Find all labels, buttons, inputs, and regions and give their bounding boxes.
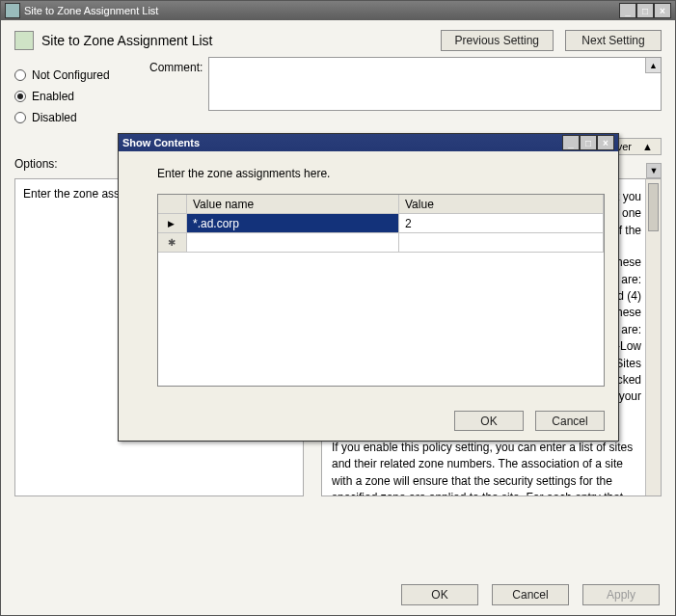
- dialog-close-button[interactable]: ×: [597, 135, 614, 150]
- radio-icon: [14, 69, 26, 81]
- options-panel-text: Enter the zone assig: [23, 187, 128, 201]
- dialog-ok-button[interactable]: OK: [454, 411, 524, 431]
- zone-grid[interactable]: Value name Value *.ad.corp 2: [157, 194, 605, 387]
- previous-setting-button[interactable]: Previous Setting: [441, 30, 554, 51]
- radio-label: Enabled: [32, 90, 74, 103]
- scroll-down-icon[interactable]: ▼: [646, 163, 662, 178]
- scroll-up-icon[interactable]: ▲: [642, 141, 653, 152]
- grid-new-row[interactable]: [158, 233, 604, 253]
- grid-row-header: [158, 214, 187, 232]
- scrollbar-thumb[interactable]: [648, 183, 659, 231]
- minimize-button[interactable]: _: [619, 3, 636, 18]
- comment-label: Comment:: [149, 61, 203, 132]
- dialog-titlebar[interactable]: Show Contents _ □ ×: [119, 134, 618, 151]
- help-paragraph: If you enable this policy setting, you c…: [332, 440, 641, 496]
- comment-block: Comment: ▲: [149, 57, 662, 132]
- dialog-cancel-button[interactable]: Cancel: [535, 411, 605, 431]
- config-row: Not Configured Enabled Disabled Comment:…: [1, 57, 675, 132]
- footer-buttons: OK Cancel Apply: [401, 584, 660, 605]
- grid-cell-value[interactable]: 2: [399, 214, 604, 232]
- grid-row-header: [158, 195, 187, 213]
- grid-col-value-name[interactable]: Value name: [187, 195, 399, 213]
- radio-label: Not Configured: [32, 68, 110, 82]
- window-icon: [5, 3, 20, 18]
- nav-buttons: Previous Setting Next Setting: [441, 30, 662, 51]
- show-contents-dialog: Show Contents _ □ × Enter the zone assig…: [118, 133, 619, 442]
- dialog-client: Enter the zone assignments here. Value n…: [119, 151, 618, 441]
- radio-disabled[interactable]: Disabled: [14, 111, 149, 124]
- dialog-window-buttons: _ □ ×: [562, 135, 614, 150]
- grid-cell-value-name[interactable]: *.ad.corp: [187, 214, 399, 232]
- window-buttons: _ □ ×: [619, 3, 671, 18]
- scroll-up-icon[interactable]: ▲: [645, 58, 661, 73]
- maximize-button[interactable]: □: [636, 3, 654, 18]
- titlebar[interactable]: Site to Zone Assignment List _ □ ×: [1, 1, 675, 20]
- close-button[interactable]: ×: [654, 3, 671, 18]
- grid-col-value[interactable]: Value: [399, 195, 604, 213]
- radio-icon: [14, 112, 26, 123]
- policy-icon: [14, 31, 34, 50]
- dialog-instruction: Enter the zone assignments here.: [157, 167, 605, 180]
- grid-row-header: [158, 233, 187, 252]
- radio-enabled[interactable]: Enabled: [14, 90, 149, 103]
- grid-cell-value-new[interactable]: [399, 233, 604, 252]
- comment-textarea[interactable]: ▲: [208, 57, 662, 111]
- cancel-button[interactable]: Cancel: [492, 584, 569, 605]
- dialog-title: Show Contents: [122, 137, 562, 148]
- header-row: Site to Zone Assignment List Previous Se…: [1, 20, 675, 57]
- help-scrollbar[interactable]: [645, 179, 661, 495]
- radio-not-configured[interactable]: Not Configured: [14, 68, 149, 82]
- apply-button[interactable]: Apply: [582, 584, 660, 605]
- next-setting-button[interactable]: Next Setting: [565, 30, 662, 51]
- grid-header-row: Value name Value: [158, 195, 604, 214]
- grid-row-0[interactable]: *.ad.corp 2: [158, 214, 604, 233]
- policy-title: Site to Zone Assignment List: [41, 33, 212, 48]
- window-title: Site to Zone Assignment List: [24, 5, 619, 16]
- dialog-minimize-button[interactable]: _: [562, 135, 580, 150]
- grid-cell-value-name-new[interactable]: [187, 233, 399, 252]
- ok-button[interactable]: OK: [401, 584, 478, 605]
- dialog-maximize-button[interactable]: □: [580, 135, 597, 150]
- state-radios: Not Configured Enabled Disabled: [14, 57, 149, 132]
- radio-label: Disabled: [32, 111, 77, 124]
- dialog-footer: OK Cancel: [454, 411, 605, 431]
- radio-icon: [14, 91, 26, 102]
